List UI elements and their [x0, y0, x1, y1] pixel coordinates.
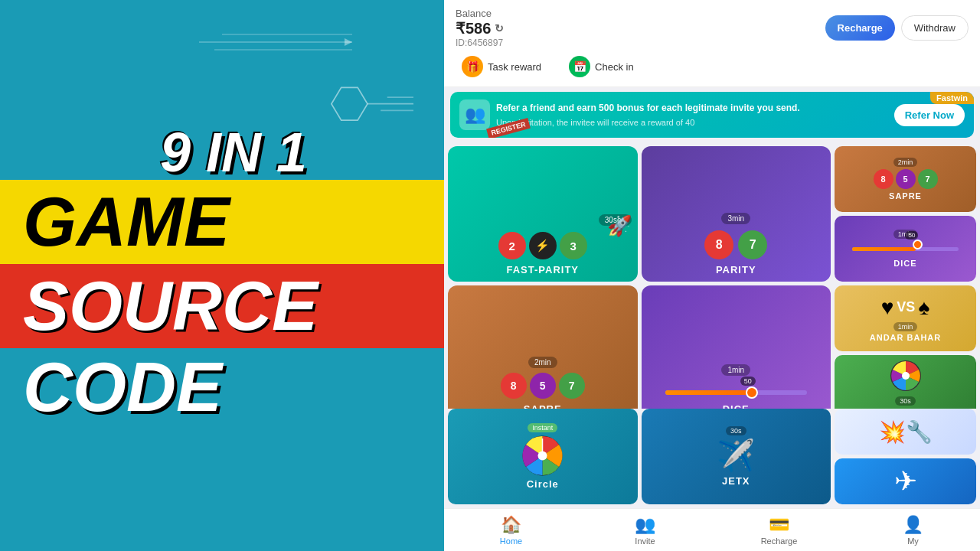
andar-bahar-name: ANDAR BAHAR	[870, 333, 942, 342]
crash-card[interactable]: 💥🔧	[835, 409, 976, 455]
andar-bahar-card[interactable]: ♥ VS ♠ 1min ANDAR BAHAR	[835, 285, 976, 351]
sapre-ball-5: 5	[530, 373, 556, 399]
sapre-top-time: 2min	[893, 158, 918, 167]
app-panel: Balance ₹586 ↻ ID:6456897 Recharge Withd…	[444, 0, 980, 551]
dice-bottom-name: DICE	[723, 403, 750, 409]
parity-card[interactable]: 3min 8 7 PARITY	[642, 146, 831, 282]
recharge-button[interactable]: Recharge	[825, 15, 895, 41]
app-header: Balance ₹586 ↻ ID:6456897 Recharge Withd…	[444, 0, 980, 87]
promo-red-bar: SOURCE	[0, 264, 444, 348]
bottom-nav: 🏠 Home 👥 Invite 💳 Recharge 👤 My	[444, 508, 980, 551]
promo-line4: CODE	[0, 348, 444, 427]
circle-wheel-graphic	[521, 435, 564, 477]
dice-top-name: DICE	[893, 259, 916, 268]
telegram-icon: ✈	[894, 465, 917, 497]
andar-bahar-time: 1min	[893, 322, 918, 331]
refer-now-button[interactable]: Refer Now	[894, 104, 965, 126]
circle-name: Circle	[527, 478, 559, 490]
jetx-card[interactable]: 30s ✈️ JETX	[642, 409, 831, 504]
crash-telegram-area: 💥🔧 ✈	[835, 409, 976, 504]
sapre-bottom-card[interactable]: 2min 8 5 7 SAPRE	[448, 285, 638, 409]
sapre-sm-7: 7	[918, 169, 938, 189]
check-in-icon: 📅	[569, 56, 590, 77]
sapre-ball-8: 8	[501, 373, 527, 399]
referral-icon: 👥	[459, 99, 490, 130]
lines-decoration	[199, 31, 352, 54]
games-area: 🚀 30sec 2 ⚡ 3 FAST-PARITY 2min 8 5	[444, 142, 980, 409]
wheelocity-card[interactable]: 30s WHEELOCITY	[835, 355, 976, 409]
svg-marker-0	[332, 87, 368, 120]
svg-point-9	[902, 372, 910, 380]
task-reward-button[interactable]: 🎁 Task reward	[456, 53, 547, 80]
referral-main-text: Refer a friend and earn 500 bonus for ea…	[496, 103, 888, 113]
svg-marker-7	[345, 38, 352, 46]
ball-3: 3	[560, 232, 587, 259]
nav-recharge-label: Recharge	[761, 536, 798, 546]
refresh-icon[interactable]: ↻	[495, 22, 504, 34]
fast-parity-card[interactable]: 🚀 30sec 2 ⚡ 3 FAST-PARITY	[448, 146, 638, 282]
ball-2: 2	[498, 232, 526, 259]
referral-text: Refer a friend and earn 500 bonus for ea…	[496, 103, 888, 127]
wheelocity-time: 30s	[895, 396, 916, 406]
dice-top-card[interactable]: 1min 50 DICE	[835, 216, 976, 282]
sapre-bottom-name: SAPRE	[524, 403, 562, 409]
parity-time: 3min	[721, 213, 750, 224]
games-right-col: 2min 8 5 7 SAPRE 1min 50 DICE	[835, 146, 976, 409]
nav-invite[interactable]: 👥 Invite	[578, 515, 712, 548]
sapre-ball-7: 7	[559, 373, 585, 399]
sapre-sm-8: 8	[874, 169, 893, 189]
jetx-time: 30s	[726, 426, 746, 435]
games-bottom-row: Instant Circle 30s ✈️ JETX	[444, 409, 980, 508]
jet-plane-icon: ✈️	[717, 438, 755, 474]
promo-line3: SOURCE	[23, 272, 421, 341]
instant-badge: Instant	[528, 423, 557, 432]
sapre-time: 2min	[528, 357, 557, 368]
withdraw-button[interactable]: Withdraw	[901, 15, 969, 41]
parity-name: PARITY	[716, 264, 756, 276]
fastwin-badge: Fastwin	[930, 92, 974, 104]
user-id: ID:6456897	[456, 37, 504, 48]
promo-line2: GAME	[23, 187, 421, 256]
dice-time: 1min	[721, 364, 750, 376]
nav-recharge[interactable]: 💳 Recharge	[712, 515, 846, 548]
dice-slider: 50	[665, 385, 807, 400]
parity-ball-8: 8	[704, 230, 733, 259]
nav-invite-label: Invite	[635, 536, 655, 546]
task-reward-icon: 🎁	[462, 56, 483, 77]
parity-ball-7: 7	[738, 230, 767, 259]
nav-home-label: Home	[500, 536, 522, 546]
recharge-nav-icon: 💳	[769, 515, 789, 535]
dice-bottom-card[interactable]: 1min 50 DICE	[642, 285, 831, 409]
check-in-label: Check in	[595, 61, 634, 73]
referral-banner[interactable]: 👥 Refer a friend and earn 500 bonus for …	[450, 92, 974, 138]
balance-label: Balance	[456, 8, 504, 19]
sapre-sm-5: 5	[896, 169, 916, 189]
my-icon: 👤	[903, 515, 923, 535]
promo-panel: 9 IN 1 GAME SOURCE CODE	[0, 0, 444, 551]
fast-parity-name: FAST-PARITY	[506, 264, 579, 276]
sapre-top-name: SAPRE	[889, 191, 922, 201]
ball-lightning: ⚡	[529, 232, 557, 259]
balance-section: Balance ₹586 ↻ ID:6456897	[456, 8, 504, 48]
crash-icon: 💥🔧	[879, 419, 933, 445]
jetx-name: JETX	[722, 475, 750, 487]
circle-jetx-area: Instant Circle 30s ✈️ JETX	[448, 409, 831, 504]
promo-yellow-bar: GAME	[0, 180, 444, 264]
circle-card[interactable]: Instant Circle	[448, 409, 638, 504]
home-icon: 🏠	[501, 515, 521, 535]
games-left-col: 🚀 30sec 2 ⚡ 3 FAST-PARITY 2min 8 5	[448, 146, 638, 409]
task-reward-label: Task reward	[488, 61, 541, 73]
check-in-button[interactable]: 📅 Check in	[563, 53, 640, 80]
sapre-top-card[interactable]: 2min 8 5 7 SAPRE	[835, 146, 976, 212]
wheel-graphic	[890, 360, 922, 395]
nav-home[interactable]: 🏠 Home	[444, 515, 578, 548]
nav-my-label: My	[907, 536, 919, 546]
nav-my[interactable]: 👤 My	[846, 515, 980, 548]
games-middle-col: 3min 8 7 PARITY 1min	[642, 146, 831, 409]
balance-amount: ₹586 ↻	[456, 19, 504, 37]
telegram-card[interactable]: ✈	[835, 458, 976, 504]
invite-icon: 👥	[635, 515, 655, 535]
promo-line1: 9 IN 1	[0, 125, 444, 180]
hex-decoration	[322, 84, 413, 130]
